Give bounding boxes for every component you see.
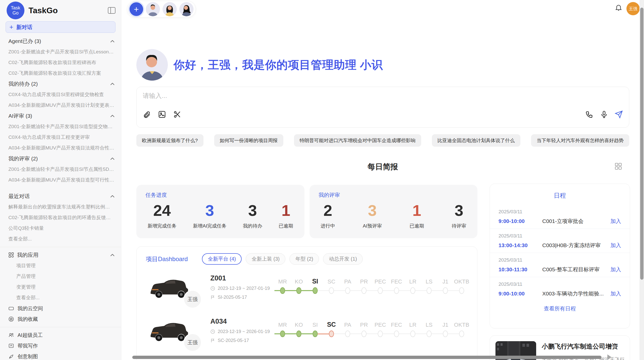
new-chat-button[interactable]: + 新对话 bbox=[6, 21, 115, 33]
briefing-cards: 任务进度 24 新增完成任务 3 新增AI完成任务 3 我的待办 bbox=[136, 185, 477, 238]
milestone: LS bbox=[421, 319, 437, 338]
milestone: PEC bbox=[372, 275, 388, 295]
my-favorites[interactable]: 我的收藏 bbox=[0, 314, 121, 324]
project-row[interactable]: 王强 Z001 2023-12-19 ~ 2027-01-19 SI-2025-… bbox=[137, 274, 477, 304]
collapse-sidebar-icon[interactable] bbox=[108, 7, 115, 14]
suggestion-chip[interactable]: 特朗普可能对进口汽车增税会对中国车企造成哪些影响 bbox=[294, 134, 421, 147]
apps-grid-icon bbox=[8, 252, 14, 258]
task-item[interactable]: C0X4-动力总成开发项目SI里程碑提交物检查 bbox=[0, 89, 121, 100]
sidebar-header: Task Go TaskGo bbox=[0, 0, 121, 18]
milestone-timeline: MRKOSISCPAPRPECFECLRLSJ1OKTB bbox=[274, 274, 470, 295]
task-item[interactable]: A034-全新新能源MUV产品开发项目造型可行性评审 bbox=[0, 175, 121, 185]
scroll-right-arrow-icon[interactable] bbox=[607, 354, 611, 360]
app-item[interactable]: 产品管理 bbox=[0, 271, 121, 282]
send-icon[interactable] bbox=[615, 110, 623, 118]
briefing-layout-button[interactable] bbox=[614, 162, 622, 170]
microphone-icon[interactable] bbox=[600, 110, 608, 118]
help-me-write[interactable]: 帮我写作 bbox=[0, 340, 121, 351]
milestone: KO bbox=[291, 319, 307, 338]
project-owner-badge: 王强 bbox=[183, 333, 202, 352]
chevron-up-icon bbox=[110, 83, 114, 85]
link-label: 创意制图 bbox=[18, 353, 38, 360]
suggestion-chip[interactable]: 比亚迪全固态电池计划具体说了什么 bbox=[432, 134, 520, 147]
recent-chat-item[interactable]: 解释最新出台的欧盟报废车法规再生塑料比例被调至15%... bbox=[0, 202, 121, 212]
task-item[interactable]: A034-全新新能源MUV产品开发项目法规符合性评审 bbox=[0, 143, 121, 153]
schedule-event-title: C001-立项审批会 bbox=[542, 218, 610, 225]
apps-view-all[interactable]: 查看全部... bbox=[0, 292, 121, 303]
vertical-scrollbar-thumb[interactable] bbox=[640, 8, 643, 280]
join-link[interactable]: 加入 bbox=[610, 242, 621, 249]
section-my-review[interactable]: 我的评审 (2) bbox=[0, 153, 121, 164]
task-item[interactable]: Z001-全新燃油轻卡产品开发项目SI节点属性5D文件评审 bbox=[0, 164, 121, 175]
composer bbox=[136, 87, 629, 128]
clock-icon bbox=[210, 329, 215, 334]
task-item[interactable]: C0X4-动力总成开发项目工程变更评审 bbox=[0, 132, 121, 143]
filter-chip[interactable]: 年型 (2) bbox=[289, 253, 319, 265]
suggestion-chip[interactable]: 当下年轻人对汽车外观有怎样的喜好趋势 bbox=[531, 134, 629, 147]
milestone: SI bbox=[307, 319, 323, 338]
schedule-date: 2025/03/11 bbox=[499, 281, 621, 287]
stat: 2 进行中 bbox=[321, 202, 335, 229]
my-cloud-space[interactable]: 我的云空间 bbox=[0, 303, 121, 314]
stat-label: 新增完成任务 bbox=[148, 223, 177, 229]
milestone: PR bbox=[356, 319, 372, 338]
scroll-down-arrow-icon[interactable] bbox=[611, 345, 617, 349]
plus-icon: + bbox=[9, 23, 13, 31]
milestone: LS bbox=[421, 275, 437, 295]
message-input[interactable] bbox=[143, 92, 623, 109]
ai-super-staff[interactable]: AI超级员工 bbox=[0, 330, 121, 340]
filter-chip[interactable]: 动总开发 (1) bbox=[323, 253, 363, 265]
schedule-event-title: C003|H0B-方案冻结评审 bbox=[542, 242, 610, 249]
notifications-button[interactable] bbox=[615, 4, 625, 14]
suggestion-chip[interactable]: 如何写一份清晰的项目周报 bbox=[214, 134, 283, 147]
milestone-node bbox=[345, 331, 350, 337]
join-link[interactable]: 加入 bbox=[610, 218, 621, 225]
horizontal-scrollbar-thumb[interactable] bbox=[132, 356, 602, 359]
recent-chat-item[interactable]: 公司Q3轻卡销量 bbox=[0, 223, 121, 234]
attach-icon[interactable] bbox=[143, 110, 151, 118]
image-icon[interactable] bbox=[158, 110, 166, 118]
member-avatar[interactable] bbox=[163, 2, 177, 16]
app-item[interactable]: 项目管理 bbox=[0, 260, 121, 271]
recent-view-all[interactable]: 查看全部... bbox=[0, 234, 121, 244]
join-link[interactable]: 加入 bbox=[610, 290, 621, 297]
recent-chat-item[interactable]: C02-飞腾新能源轻客改款项目的闭环通告反馈情况 bbox=[0, 212, 121, 223]
section-ai-review[interactable]: AI评审 (3) bbox=[0, 111, 121, 121]
phone-call-icon[interactable] bbox=[585, 110, 593, 118]
join-link[interactable]: 加入 bbox=[610, 266, 621, 273]
user-avatar[interactable]: 王强 bbox=[626, 2, 640, 15]
assistant-avatar bbox=[136, 49, 168, 81]
filter-chip[interactable]: 全新上装 (3) bbox=[246, 253, 285, 265]
section-my-apps[interactable]: 我的应用 bbox=[0, 250, 121, 260]
section-agent-done[interactable]: Agent已办 (3) bbox=[0, 36, 121, 47]
chevron-up-icon bbox=[110, 40, 114, 42]
task-item[interactable]: Z001-全新燃油轻卡产品开发项目SI造型提交物评审 bbox=[0, 121, 121, 132]
schedule-time: 9:00-10:00 bbox=[499, 218, 542, 224]
member-avatar[interactable] bbox=[179, 2, 194, 16]
dashboard-title: 项目Dashboard bbox=[146, 255, 188, 263]
milestone-node bbox=[443, 287, 448, 294]
vertical-scrollbar[interactable] bbox=[639, 0, 644, 360]
scissors-icon[interactable] bbox=[173, 110, 181, 118]
schedule-time: 9:00-10:00 bbox=[499, 291, 542, 297]
stat: 3 待评审 bbox=[452, 202, 466, 229]
task-item[interactable]: Z001-全新燃油皮卡产品开发项目SI节点Lesson Learn报告 bbox=[0, 47, 121, 57]
section-my-todo[interactable]: 我的待办 (2) bbox=[0, 79, 121, 89]
favorites-icon bbox=[8, 316, 14, 322]
filter-chip[interactable]: 全新平台 (4) bbox=[202, 253, 242, 265]
bell-icon bbox=[615, 4, 622, 11]
task-item[interactable]: C02-飞腾新能源轻客改款项目里程碑画布 bbox=[0, 57, 121, 68]
view-all-schedule-link[interactable]: 查看所有日程 bbox=[490, 305, 630, 312]
app-item[interactable]: 变更管理 bbox=[0, 282, 121, 292]
project-row[interactable]: 王强 A034 2023-12-19 ~ 2026-01-19 SC-2025-… bbox=[137, 318, 477, 348]
section-recent-chats[interactable]: 最近对话 bbox=[0, 191, 121, 202]
member-avatar[interactable] bbox=[146, 2, 160, 16]
task-item[interactable]: A034-全新新能源MUV产品开发项目计划变更表编写 bbox=[0, 100, 121, 111]
task-progress-card: 任务进度 24 新增完成任务 3 新增AI完成任务 3 我的待办 bbox=[136, 185, 304, 238]
milestone: FEC bbox=[388, 275, 405, 295]
task-item[interactable]: C02-飞腾新能源轻客改款项目立项汇报方案 bbox=[0, 68, 121, 79]
my-review-card: 我的评审 2 进行中 3 AI预评审 1 已逾期 3 bbox=[310, 185, 478, 238]
creative-drawing[interactable]: 创意制图 bbox=[0, 351, 121, 360]
add-member-button[interactable]: + bbox=[129, 2, 143, 16]
suggestion-chip[interactable]: 欧洲新规最近颁布了什么? bbox=[136, 134, 203, 147]
